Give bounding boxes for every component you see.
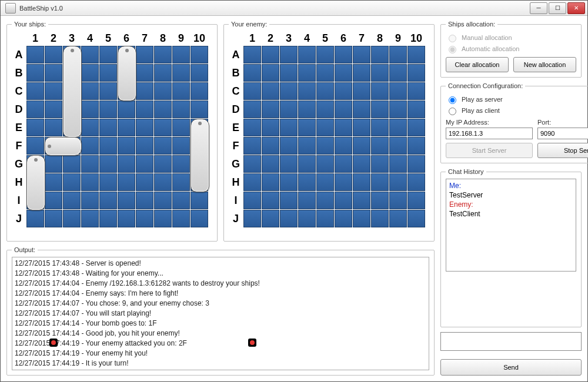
grid-cell[interactable] (389, 119, 407, 136)
grid-cell[interactable] (191, 46, 208, 63)
grid-cell[interactable] (154, 155, 172, 173)
grid-cell[interactable] (118, 119, 135, 136)
grid-cell[interactable] (172, 82, 190, 100)
output-textarea[interactable]: 12/27/2015 17:43:48 - Server is opened!1… (12, 257, 429, 370)
grid-cell[interactable] (243, 210, 261, 227)
grid-cell[interactable] (45, 155, 62, 173)
grid-cell[interactable] (26, 192, 44, 209)
grid-cell[interactable] (335, 82, 352, 100)
grid-cell[interactable] (136, 100, 153, 118)
grid-cell[interactable] (154, 192, 172, 209)
play-client-row[interactable]: Play as client (446, 106, 588, 115)
grid-cell[interactable] (262, 119, 279, 136)
grid-cell[interactable] (136, 46, 153, 63)
grid-cell[interactable] (191, 210, 208, 227)
grid-cell[interactable] (280, 64, 298, 82)
close-button[interactable]: ✕ (567, 2, 585, 14)
grid-cell[interactable] (81, 46, 99, 63)
grid-cell[interactable] (262, 64, 279, 82)
grid-cell[interactable] (99, 173, 117, 191)
grid-cell[interactable] (280, 119, 298, 136)
grid-cell[interactable] (118, 100, 135, 118)
grid-cell[interactable] (63, 100, 81, 118)
grid-cell[interactable] (389, 155, 407, 173)
minimize-button[interactable]: ─ (530, 2, 547, 14)
chat-input[interactable] (440, 332, 582, 351)
grid-cell[interactable] (407, 173, 425, 191)
grid-cell[interactable] (172, 119, 190, 136)
grid-cell[interactable] (298, 64, 316, 82)
grid-cell[interactable] (118, 137, 135, 155)
grid-cell[interactable] (191, 64, 208, 82)
grid-cell[interactable] (280, 100, 298, 118)
grid-cell[interactable] (298, 46, 316, 63)
grid-cell[interactable] (99, 46, 117, 63)
grid-cell[interactable] (371, 64, 389, 82)
grid-cell[interactable] (136, 137, 153, 155)
grid-cell[interactable] (154, 173, 172, 191)
grid-cell[interactable] (316, 46, 334, 63)
grid-cell[interactable] (262, 46, 279, 63)
grid-cell[interactable] (298, 155, 316, 173)
grid-cell[interactable] (407, 46, 425, 63)
maximize-button[interactable]: ☐ (549, 2, 566, 14)
grid-cell[interactable] (81, 137, 99, 155)
grid-cell[interactable] (243, 46, 261, 63)
grid-cell[interactable] (407, 64, 425, 82)
grid-cell[interactable] (316, 119, 334, 136)
grid-cell[interactable] (154, 210, 172, 227)
grid-cell[interactable] (335, 192, 352, 209)
grid-cell[interactable] (136, 192, 153, 209)
grid-cell[interactable] (407, 82, 425, 100)
grid-cell[interactable] (298, 173, 316, 191)
port-input[interactable] (537, 128, 588, 139)
grid-cell[interactable] (191, 119, 208, 136)
grid-cell[interactable] (316, 173, 334, 191)
play-server-radio[interactable] (449, 96, 456, 104)
grid-cell[interactable] (99, 64, 117, 82)
grid-cell[interactable] (389, 192, 407, 209)
grid-cell[interactable] (99, 210, 117, 227)
grid-cell[interactable] (262, 82, 279, 100)
grid-cell[interactable] (262, 155, 279, 173)
grid-cell[interactable] (154, 119, 172, 136)
grid-cell[interactable] (316, 192, 334, 209)
grid-cell[interactable] (298, 192, 316, 209)
grid-cell[interactable] (154, 82, 172, 100)
grid-cell[interactable] (353, 210, 370, 227)
grid-cell[interactable] (99, 137, 117, 155)
grid-cell[interactable] (407, 155, 425, 173)
grid-cell[interactable] (353, 119, 370, 136)
grid-cell[interactable] (26, 100, 44, 118)
grid-cell[interactable] (389, 82, 407, 100)
grid-cell[interactable] (298, 82, 316, 100)
grid-cell[interactable] (298, 119, 316, 136)
grid-cell[interactable] (298, 210, 316, 227)
grid-cell[interactable] (81, 155, 99, 173)
grid-cell[interactable] (99, 155, 117, 173)
chat-history[interactable]: Me:TestServerEnemy:TestClient (446, 179, 576, 272)
grid-cell[interactable] (45, 82, 62, 100)
grid-cell[interactable] (99, 100, 117, 118)
play-client-radio[interactable] (449, 108, 456, 115)
grid-cell[interactable] (353, 82, 370, 100)
grid-cell[interactable] (262, 100, 279, 118)
grid-cell[interactable] (316, 64, 334, 82)
play-server-row[interactable]: Play as server (446, 95, 588, 104)
grid-cell[interactable] (45, 119, 62, 136)
grid-cell[interactable] (371, 210, 389, 227)
grid-cell[interactable] (407, 137, 425, 155)
grid-cell[interactable] (45, 210, 62, 227)
grid-cell[interactable] (191, 137, 208, 155)
grid-cell[interactable] (407, 192, 425, 209)
grid-cell[interactable] (45, 64, 62, 82)
enemy-grid[interactable]: 12345678910ABCDEFGHIJ (229, 31, 425, 236)
grid-cell[interactable] (118, 64, 135, 82)
your-ships-grid[interactable]: 12345678910ABCDEFGHIJ (12, 31, 208, 236)
grid-cell[interactable] (191, 82, 208, 100)
titlebar[interactable]: BattleShip v1.0 ─ ☐ ✕ (1, 1, 587, 16)
grid-cell[interactable] (335, 173, 352, 191)
grid-cell[interactable] (371, 155, 389, 173)
grid-cell[interactable] (407, 210, 425, 227)
grid-cell[interactable] (172, 137, 190, 155)
